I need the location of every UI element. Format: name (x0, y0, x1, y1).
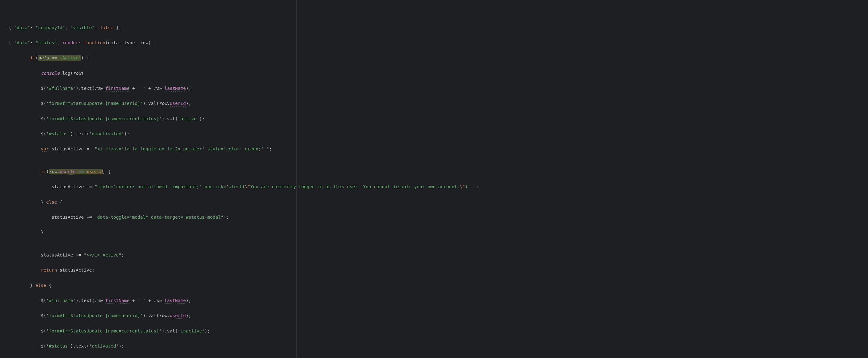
code-line: $('#fullname').text(row.firstName + ' ' … (9, 85, 868, 92)
code-line: { "data": "status", render: function(dat… (9, 39, 868, 47)
code-line: $('form#frmStatusUpdate [name=currentsta… (9, 327, 868, 335)
code-line: return statusActive; (9, 266, 868, 274)
code-line: $('#fullname').text(row.firstName + ' ' … (9, 297, 868, 304)
code-editor[interactable]: { "data": "companyId", "visible": false … (0, 0, 868, 358)
code-line: $('form#frmStatusUpdate [name=userid]').… (9, 100, 868, 107)
code-line: statusActive += "style='cursor: not-allo… (9, 183, 868, 191)
highlight-region: data == 'Active' (38, 55, 81, 61)
margin-ruler (296, 0, 297, 358)
code-line: { "data": "companyId", "visible": false … (9, 24, 868, 32)
code-line: } else { (9, 282, 868, 289)
code-line: if(data == 'Active') { (9, 54, 868, 62)
code-line: $('form#frmStatusUpdate [name=currentsta… (9, 115, 868, 123)
code-line: } else { (9, 198, 868, 206)
code-line: statusActive += "></i> Active"; (9, 251, 868, 259)
code-line: if(row.userId == userid) { (9, 168, 868, 175)
code-line: statusActive += 'data-toggle="modal" dat… (9, 214, 868, 221)
code-line: $('#status').text('deactivated'); (9, 130, 868, 138)
code-line: $('form#frmStatusUpdate [name=userid]').… (9, 312, 868, 320)
code-line: } (9, 229, 868, 236)
code-line: $('#status').text('activated'); (9, 342, 868, 350)
code-line: var statusActive = "<i class='fa fa-togg… (9, 145, 868, 153)
code-line: console.log(row) (9, 69, 868, 77)
highlight-region: row.userId == userid (49, 169, 103, 174)
